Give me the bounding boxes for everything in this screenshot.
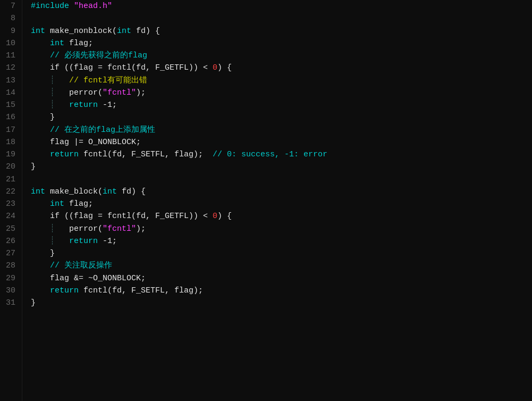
line-number: 29: [4, 272, 15, 285]
line-number: 14: [4, 87, 15, 99]
line-number: 13: [4, 74, 15, 87]
code-line: if ((flag = fcntl(fd, F_GETFL)) < 0) {: [31, 210, 532, 222]
code-line: int flag;: [31, 37, 532, 49]
code-line: }: [31, 297, 532, 309]
line-number: 28: [4, 260, 15, 272]
line-number: 24: [4, 210, 15, 222]
line-number: 27: [4, 247, 15, 260]
line-numbers: 7891011121314151617181920212223242526272…: [0, 0, 22, 401]
code-line: [31, 12, 532, 24]
line-number: 20: [4, 161, 15, 173]
line-number: 31: [4, 297, 15, 309]
code-line: #include "head.h": [31, 0, 532, 12]
code-line: int flag;: [31, 198, 532, 210]
code-line: // 在之前的flag上添加属性: [31, 124, 532, 136]
code-editor: 7891011121314151617181920212223242526272…: [0, 0, 532, 401]
line-number: 11: [4, 49, 15, 62]
line-number: 21: [4, 173, 15, 186]
code-line: }: [31, 111, 532, 123]
line-number: 26: [4, 235, 15, 247]
line-number: 22: [4, 186, 15, 198]
code-line: int make_nonblock(int fd) {: [31, 25, 532, 37]
line-number: 17: [4, 124, 15, 136]
line-number: 19: [4, 148, 15, 161]
code-line: flag |= O_NONBLOCK;: [31, 136, 532, 148]
line-number: 18: [4, 136, 15, 148]
line-number: 10: [4, 37, 15, 49]
line-number: 25: [4, 223, 15, 235]
line-number: 16: [4, 111, 15, 123]
code-line: if ((flag = fcntl(fd, F_GETFL)) < 0) {: [31, 62, 532, 74]
code-line: ┊ perror("fcntl");: [31, 87, 532, 99]
line-number: 8: [4, 12, 15, 24]
code-line: return fcntl(fd, F_SETFL, flag);: [31, 285, 532, 297]
code-line: flag &= ~O_NONBLOCK;: [31, 272, 532, 285]
line-number: 9: [4, 25, 15, 37]
code-line: [31, 173, 532, 186]
code-line: // 关注取反操作: [31, 260, 532, 272]
code-line: return fcntl(fd, F_SETFL, flag); // 0: s…: [31, 148, 532, 161]
line-number: 23: [4, 198, 15, 210]
line-number: 30: [4, 285, 15, 297]
code-line: // 必须先获得之前的flag: [31, 49, 532, 62]
code-line: ┊ perror("fcntl");: [31, 223, 532, 235]
code-line: ┊ return -1;: [31, 235, 532, 247]
code-line: }: [31, 161, 532, 173]
code-line: int make_block(int fd) {: [31, 186, 532, 198]
code-content[interactable]: #include "head.h" int make_nonblock(int …: [22, 0, 532, 401]
line-number: 12: [4, 62, 15, 74]
line-number: 7: [4, 0, 15, 12]
line-number: 15: [4, 99, 15, 111]
code-line: ┊ // fcntl有可能出错: [31, 74, 532, 87]
code-line: ┊ return -1;: [31, 99, 532, 111]
code-line: }: [31, 247, 532, 260]
